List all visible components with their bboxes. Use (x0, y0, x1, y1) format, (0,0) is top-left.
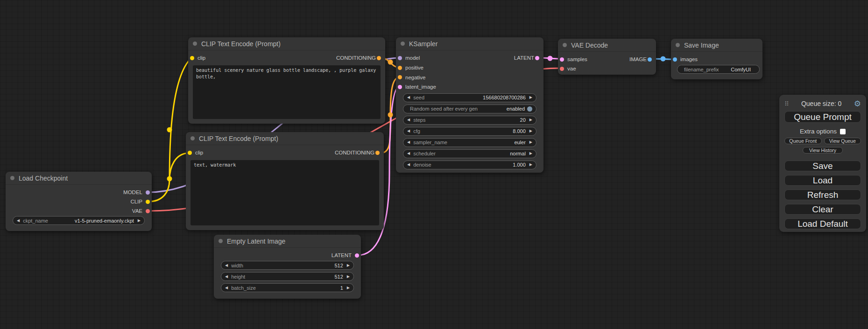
node-save-image[interactable]: Save Image images filename_prefix ComfyU… (671, 39, 762, 79)
port-row: clip CONDITIONING (186, 148, 384, 157)
save-button[interactable]: Save (784, 161, 861, 171)
output-port-image[interactable] (648, 57, 652, 62)
increment-arrow-icon[interactable]: ▶ (529, 163, 532, 167)
increment-arrow-icon[interactable]: ▶ (347, 275, 350, 279)
port-row: positive (396, 63, 543, 73)
input-port-latent-image[interactable] (398, 85, 402, 89)
decrement-arrow-icon[interactable]: ◀ (407, 163, 410, 167)
collapse-dot-icon[interactable] (676, 43, 680, 47)
widget-cfg[interactable]: ◀ cfg 8.000 ▶ (403, 127, 536, 136)
decrement-arrow-icon[interactable]: ◀ (407, 118, 410, 122)
node-titlebar[interactable]: Save Image (671, 39, 762, 52)
widget-value: normal (510, 151, 526, 156)
node-clip-text-encode-negative[interactable]: CLIP Text Encode (Prompt) clip CONDITION… (186, 132, 384, 230)
collapse-dot-icon[interactable] (191, 136, 195, 140)
node-title: Save Image (684, 42, 719, 49)
widget-seed[interactable]: ◀ seed 156680208700286 ▶ (403, 93, 536, 102)
node-titlebar[interactable]: Load Checkpoint (6, 172, 152, 185)
link-reroute-dot (548, 56, 553, 61)
view-queue-button[interactable]: View Queue (824, 138, 861, 144)
output-port-conditioning[interactable] (375, 151, 380, 155)
output-port-model[interactable] (146, 190, 150, 195)
queue-front-button[interactable]: Queue Front (784, 138, 822, 144)
decrement-arrow-icon[interactable]: ◀ (407, 140, 410, 144)
node-titlebar[interactable]: VAE Decode (558, 39, 656, 52)
decrement-arrow-icon[interactable]: ◀ (407, 129, 410, 133)
prompt-textarea[interactable]: text, watermark (191, 160, 379, 225)
input-port-model[interactable] (398, 56, 402, 60)
node-titlebar[interactable]: Empty Latent Image (214, 235, 361, 248)
collapse-dot-icon[interactable] (10, 176, 14, 180)
node-titlebar[interactable]: CLIP Text Encode (Prompt) (188, 37, 385, 50)
decrement-arrow-icon[interactable]: ◀ (225, 264, 228, 267)
input-port-positive[interactable] (398, 66, 402, 70)
input-port-vae[interactable] (560, 67, 564, 71)
decrement-arrow-icon[interactable]: ◀ (407, 96, 410, 99)
load-default-button[interactable]: Load Default (784, 218, 861, 229)
output-port-vae[interactable] (146, 209, 150, 213)
prompt-textarea[interactable]: beautiful scenery nature glass bottle la… (193, 65, 381, 119)
input-port-samples[interactable] (560, 57, 564, 62)
input-port-clip[interactable] (188, 151, 192, 155)
collapse-dot-icon[interactable] (193, 42, 197, 46)
clear-button[interactable]: Clear (784, 204, 861, 215)
node-ksampler[interactable]: KSampler model LATENT positive negative … (396, 37, 543, 173)
gear-icon[interactable]: ⚙ (854, 100, 861, 108)
widget-denoise[interactable]: ◀ denoise 1.000 ▶ (403, 161, 536, 169)
widget-random-seed-toggle[interactable]: Random seed after every gen enabled (403, 105, 536, 113)
increment-arrow-icon[interactable]: ▶ (529, 129, 532, 133)
extra-options-checkbox[interactable] (840, 129, 846, 134)
output-port-latent[interactable] (535, 56, 539, 60)
node-load-checkpoint[interactable]: Load Checkpoint MODEL CLIP VAE ◀ ckpt_na… (6, 172, 152, 231)
queue-prompt-button[interactable]: Queue Prompt (784, 111, 861, 123)
widget-ckpt-name[interactable]: ◀ ckpt_name v1-5-pruned-emaonly.ckpt ▶ (13, 216, 145, 225)
node-empty-latent-image[interactable]: Empty Latent Image LATENT ◀ width 512 ▶ … (214, 235, 361, 299)
decrement-arrow-icon[interactable]: ◀ (225, 286, 228, 290)
widget-value: 1 (340, 285, 343, 291)
node-vae-decode[interactable]: VAE Decode samples IMAGE vae (558, 39, 656, 75)
widget-label: width (231, 263, 243, 268)
increment-arrow-icon[interactable]: ▶ (347, 264, 350, 267)
widget-scheduler[interactable]: ◀ scheduler normal ▶ (403, 149, 536, 158)
input-port-clip[interactable] (190, 56, 194, 60)
node-titlebar[interactable]: KSampler (396, 37, 543, 50)
output-port-conditioning[interactable] (377, 56, 381, 60)
port-row: VAE (6, 206, 152, 216)
widget-height[interactable]: ◀ height 512 ▶ (221, 272, 354, 281)
increment-arrow-icon[interactable]: ▶ (529, 96, 532, 99)
node-titlebar[interactable]: CLIP Text Encode (Prompt) (186, 132, 384, 145)
increment-arrow-icon[interactable]: ▶ (529, 118, 532, 122)
input-label-vae: vae (567, 66, 576, 71)
increment-arrow-icon[interactable]: ▶ (529, 152, 532, 155)
decrement-arrow-icon[interactable]: ◀ (407, 152, 410, 155)
output-port-clip[interactable] (146, 200, 150, 204)
load-button[interactable]: Load (784, 175, 861, 186)
widget-width[interactable]: ◀ width 512 ▶ (221, 261, 354, 270)
input-port-negative[interactable] (398, 75, 402, 79)
queue-panel-header: ⠿ Queue size: 0 ⚙ (784, 98, 861, 109)
collapse-dot-icon[interactable] (563, 43, 567, 47)
increment-arrow-icon[interactable]: ▶ (347, 286, 350, 290)
increment-arrow-icon[interactable]: ▶ (138, 219, 141, 223)
widget-steps[interactable]: ◀ steps 20 ▶ (403, 116, 536, 125)
collapse-dot-icon[interactable] (219, 239, 223, 243)
widget-filename-prefix[interactable]: filename_prefix ComfyUI (677, 65, 760, 74)
output-port-latent[interactable] (355, 253, 359, 258)
collapse-dot-icon[interactable] (401, 42, 405, 46)
widget-label: filename_prefix (684, 67, 719, 72)
decrement-arrow-icon[interactable]: ◀ (225, 275, 228, 279)
queue-main-buttons: Save Load Refresh Clear Load Default (784, 161, 861, 229)
view-history-button[interactable]: View History (803, 147, 843, 154)
toggle-dot-icon[interactable] (527, 106, 532, 112)
widget-batch-size[interactable]: ◀ batch_size 1 ▶ (221, 283, 354, 292)
output-label-conditioning: CONDITIONING (335, 150, 374, 155)
increment-arrow-icon[interactable]: ▶ (529, 140, 532, 144)
widget-value: euler (514, 140, 525, 145)
widget-sampler-name[interactable]: ◀ sampler_name euler ▶ (403, 138, 536, 147)
node-clip-text-encode-positive[interactable]: CLIP Text Encode (Prompt) clip CONDITION… (188, 37, 385, 124)
decrement-arrow-icon[interactable]: ◀ (17, 219, 20, 223)
drag-handle-icon[interactable]: ⠿ (784, 101, 789, 107)
input-port-images[interactable] (673, 57, 677, 62)
refresh-button[interactable]: Refresh (784, 189, 861, 200)
queue-size-label: Queue size: 0 (789, 100, 854, 107)
